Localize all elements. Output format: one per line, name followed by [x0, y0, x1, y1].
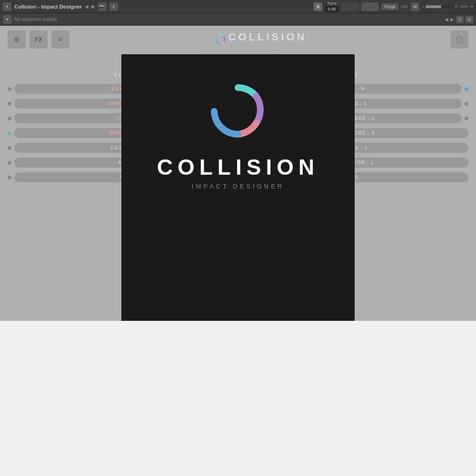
snap-left[interactable]: ◀ [445, 17, 448, 22]
camera-icon[interactable]: 📷 [98, 2, 107, 11]
max-label: MAX [461, 5, 468, 8]
arrow-left[interactable]: ◀ [85, 4, 89, 9]
below-popup-area [0, 321, 476, 476]
db-label: + [471, 4, 473, 9]
expand-icon[interactable]: ▼ [3, 15, 11, 24]
popup-overlay: COLLISION IMPACT DESIGNER cinesamples [0, 26, 476, 321]
snapshot-icons: ◀ ▶ ☰ ⊞ [445, 16, 473, 23]
popup-c-logo-icon [209, 83, 267, 140]
tune-label: Tune [327, 1, 337, 6]
top-bar: ▼ Collision - Impact Designer ◀ ▶ 📷 ℹ S … [0, 0, 476, 13]
l-label: L [422, 4, 424, 9]
instrument-area: ⚙ FX ≡ COLLISION IMPACT DESIGNER ⬡ [0, 26, 476, 321]
level-track[interactable] [426, 5, 454, 8]
top-bar-right: S Tune 0.00 Purge M L R MAX + [314, 1, 473, 12]
m-button[interactable]: M [411, 2, 419, 11]
r-label: R [455, 4, 458, 9]
snap-save-icon[interactable]: ☰ [456, 16, 464, 23]
arrow-right[interactable]: ▶ [91, 4, 95, 9]
purge-button[interactable]: Purge [381, 3, 398, 10]
snapshot-text: No snapshot loaded [14, 17, 442, 22]
popup-subtitle: IMPACT DESIGNER [192, 183, 284, 190]
tune-section: Tune 0.00 [325, 1, 338, 12]
info-icon[interactable]: ℹ [109, 2, 118, 11]
popup-card: COLLISION IMPACT DESIGNER cinesamples [121, 54, 355, 321]
s-button[interactable]: S [314, 2, 322, 11]
snap-right[interactable]: ▶ [450, 17, 454, 22]
nav-icon[interactable]: ▼ [3, 2, 11, 11]
tune-value: 0.00 [325, 6, 338, 12]
snap-view-icon[interactable]: ⊞ [466, 16, 473, 23]
level-bar: L R [422, 4, 457, 9]
popup-title: COLLISION [157, 154, 319, 180]
top-bar-left: ▼ Collision - Impact Designer ◀ ▶ 📷 ℹ [3, 2, 314, 11]
window-title: Collision - Impact Designer [14, 4, 82, 10]
second-bar: ▼ No snapshot loaded ◀ ▶ ☰ ⊞ [0, 13, 476, 26]
